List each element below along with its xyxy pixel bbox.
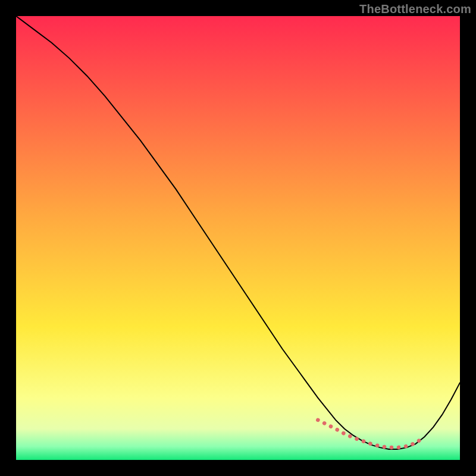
gradient-bg: [16, 16, 460, 460]
plot-svg: [16, 16, 460, 460]
chart-frame: TheBottleneck.com: [0, 0, 476, 476]
watermark-label: TheBottleneck.com: [359, 2, 471, 16]
plot-area: [16, 16, 460, 460]
